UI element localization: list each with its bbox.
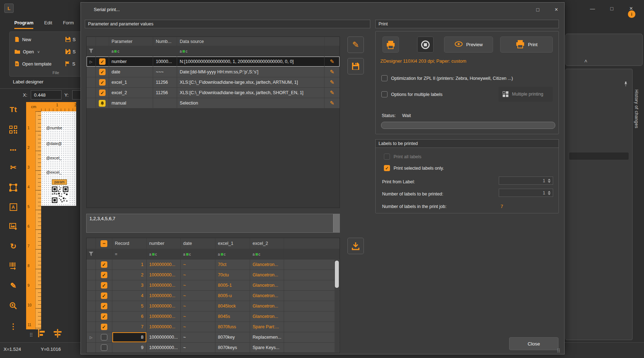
record-checkbox[interactable] — [101, 334, 107, 340]
canvas-param-object[interactable]: param — [52, 179, 67, 185]
parameter-row[interactable]: ▷ ✓ number 10000... N:[10000000000000000… — [87, 57, 340, 67]
record-checkbox[interactable]: ✓ — [101, 313, 107, 320]
records-filter-row[interactable]: = ac ac ac ac — [87, 249, 340, 260]
record-row[interactable]: ✓ 3 100000000... ~ 8005-1 Glancetron... — [87, 280, 340, 291]
parameter-filter-row[interactable]: ac ac — [87, 46, 340, 57]
maximize-button[interactable]: □ — [605, 4, 618, 14]
edit-parameters-button[interactable]: ✎ — [347, 37, 364, 53]
image-tool-icon[interactable] — [6, 219, 21, 233]
barcode-qr-tool-icon[interactable] — [6, 122, 21, 137]
edit-parameter-icon[interactable]: ✎ — [325, 88, 340, 98]
record-row[interactable]: ✓ 4 100000000... ~ 8005-u Glancetron... — [87, 291, 340, 301]
records-scrollbar[interactable] — [335, 260, 339, 352]
collapsed-section-bar[interactable] — [569, 153, 629, 160]
close-dialog-button[interactable]: Close — [509, 337, 558, 350]
zoom-tool-icon[interactable] — [6, 299, 21, 313]
tab-label-designer[interactable]: Label designer — [13, 79, 43, 84]
canvas-text-object[interactable]: @date@ — [46, 141, 62, 146]
text-tool-icon[interactable]: Tt — [6, 102, 21, 117]
print-all-labels-checkbox[interactable] — [384, 154, 390, 160]
records-scrollbar-thumb[interactable] — [335, 261, 339, 288]
multiple-labels-checkbox[interactable] — [381, 91, 387, 97]
record-row[interactable]: ✓ 6 100000000... ~ 8045s Glancetron... — [87, 311, 340, 322]
parameter-row[interactable]: ✓ date ~~~ Date:[dd-MM-yyyy HH:mm:ss,P:'… — [87, 67, 340, 77]
parameter-row[interactable]: ✓ excel_2 11256 XLS:[C:\_F\download\dane… — [87, 88, 340, 98]
preview-button[interactable]: Preview — [444, 37, 493, 53]
barcode-link-tool-icon[interactable] — [6, 258, 21, 273]
spinner-arrows-icon[interactable] — [548, 191, 551, 195]
print-from-spinner[interactable]: 1 — [499, 176, 553, 185]
align-center-icon[interactable] — [53, 329, 62, 339]
record-row[interactable]: ✓ 7 100000000... ~ 8070fuss Spare Part:.… — [87, 322, 340, 332]
record-checkbox[interactable]: ✓ — [101, 261, 107, 268]
print-selected-labels-option: ✓ Print selected labels only. — [384, 165, 444, 171]
parameter-checkbox[interactable]: ✓ — [99, 58, 106, 65]
menu-tab[interactable]: Form — [63, 20, 74, 29]
parameter-checkbox[interactable]: ✓ — [99, 69, 106, 75]
record-checkbox[interactable]: ✓ — [101, 272, 107, 278]
edit-parameter-icon[interactable]: ✎ — [325, 57, 340, 67]
edit-parameter-icon[interactable]: ✎ — [325, 98, 340, 108]
selected-records-textarea[interactable]: 1,2,3,4,5,6,7 — [86, 214, 340, 233]
edit-parameter-icon[interactable]: ✎ — [325, 77, 340, 87]
menu-tab[interactable]: Program — [14, 20, 33, 29]
parameter-row[interactable]: ✓ excel_1 11256 XLS:[C:\_F\download\dane… — [87, 77, 340, 88]
scissors-tool-icon[interactable]: ✂ — [6, 160, 21, 175]
info-icon[interactable]: i — [628, 10, 635, 18]
flag-ribbon-button[interactable]: S — [63, 59, 77, 69]
record-checkbox[interactable]: ✓ — [101, 324, 107, 330]
record-checkbox[interactable]: ✓ — [101, 303, 107, 309]
dots-tool-icon[interactable]: ••• — [6, 142, 21, 157]
pencil-tool-icon[interactable]: ✎ — [6, 279, 21, 293]
multiple-printing-button[interactable]: Multiple printing — [498, 87, 553, 102]
stop-button[interactable] — [417, 37, 434, 53]
record-row[interactable]: ▷ 8 1000000000... ~ 8070key Replacemen..… — [87, 332, 340, 343]
parameter-checkbox[interactable]: ✓ — [99, 79, 106, 86]
labels-count-spinner[interactable]: 1 — [499, 189, 553, 197]
edit-parameter-icon[interactable]: ✎ — [325, 67, 340, 77]
textarea-scrollbar[interactable] — [333, 214, 340, 232]
new-button[interactable]: New — [13, 35, 33, 45]
more-tools-icon[interactable]: ⋮ — [6, 319, 21, 334]
x-coord-input[interactable]: 0.448 — [31, 90, 62, 100]
export-records-button[interactable] — [347, 238, 364, 254]
record-row[interactable]: ✓ 5 100000000... ~ 8045lock Glancetron..… — [87, 301, 340, 311]
canvas-text-object[interactable]: @numbe — [46, 126, 62, 130]
print-button[interactable]: Print — [500, 37, 553, 53]
spinner-arrows-icon[interactable] — [548, 179, 551, 183]
label-canvas[interactable]: @numbe @date@ @excel_ @excel_ param — [41, 111, 76, 206]
pin-icon[interactable] — [624, 81, 628, 88]
save-parameters-button[interactable] — [347, 58, 364, 74]
frame-tool-icon[interactable] — [6, 180, 21, 195]
parameter-checkbox[interactable]: ✓ — [99, 90, 106, 96]
open-button[interactable]: Open ˅ — [13, 47, 42, 57]
dialog-close-icon[interactable]: × — [551, 5, 562, 15]
open-template-button[interactable]: Open template — [13, 59, 54, 69]
record-checkbox[interactable]: ✓ — [101, 282, 107, 289]
print-selected-labels-checkbox[interactable]: ✓ — [384, 165, 390, 171]
save-ribbon-button[interactable]: S — [63, 35, 78, 45]
canvas-text-object[interactable]: @excel_ — [46, 156, 62, 160]
zpl-optimization-checkbox[interactable] — [381, 75, 387, 81]
refresh-tool-icon[interactable]: ↻ — [6, 239, 21, 253]
toolbar-grip-icon[interactable]: ⠿ — [29, 332, 33, 338]
parameter-row[interactable]: manual Selection ✎ — [87, 98, 340, 108]
minimize-button[interactable]: — — [586, 4, 599, 14]
dialog-maximize-button[interactable]: □ — [532, 5, 543, 15]
record-row[interactable]: ✓ 1 100000000... ~ 70ct Glancetron... — [87, 260, 340, 270]
record-checkbox[interactable] — [101, 344, 107, 351]
record-checkbox[interactable]: ✓ — [101, 292, 107, 299]
uncheck-all-button[interactable]: − — [101, 240, 107, 247]
record-row[interactable]: ✓ 2 100000000... ~ 70ctu Glancetron... — [87, 270, 340, 280]
text-frame-tool-icon[interactable]: A — [6, 200, 21, 214]
menu-tab[interactable]: Edit — [44, 20, 52, 29]
align-left-icon[interactable] — [37, 329, 46, 339]
canvas-text-object[interactable]: @excel_ — [46, 170, 62, 174]
tab-history-of-changes[interactable]: History of changes — [634, 90, 639, 128]
printer-settings-button[interactable] — [382, 37, 399, 53]
record-row[interactable]: 9 1000000000... ~ 8070keys Spare Keys... — [87, 343, 340, 353]
canvas-qr-object[interactable] — [52, 187, 68, 204]
collapse-chevron-icon[interactable]: ˄ — [584, 58, 587, 64]
dialog-resize-grip[interactable]: ⠿ — [557, 348, 560, 354]
save-as-ribbon-button[interactable]: S — [63, 47, 78, 57]
